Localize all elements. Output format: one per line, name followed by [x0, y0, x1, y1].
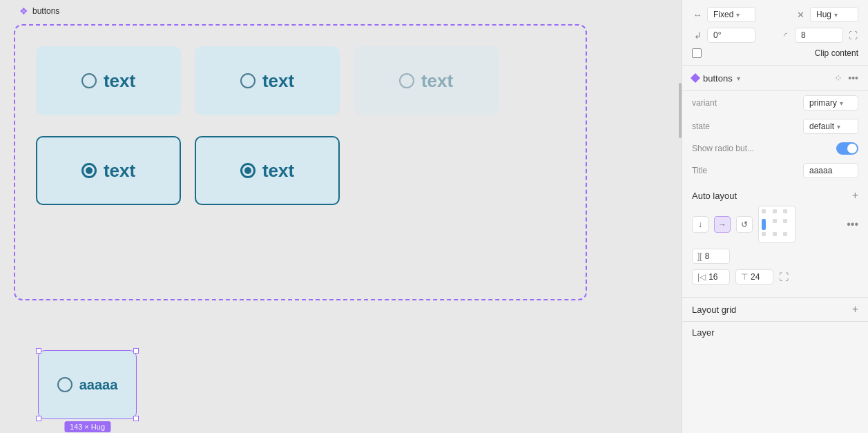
direction-row: ↓ → ↺ ••• [692, 206, 858, 243]
show-radio-row: Show radio but... [682, 138, 868, 159]
more-options-icon[interactable]: ••• [848, 73, 858, 84]
expand-icon: ⛶ [847, 30, 858, 41]
show-radio-label: Show radio but... [692, 144, 754, 153]
variant-value[interactable]: primary ▾ [803, 95, 858, 110]
gap-icon: ][ [697, 251, 702, 261]
rotation-value[interactable]: 0° [707, 28, 755, 43]
btn-text-2: text [262, 70, 294, 92]
show-radio-toggle[interactable] [836, 142, 858, 155]
btn-card-unselected-1[interactable]: text [36, 46, 181, 115]
variant-label: variant [692, 98, 717, 108]
variant-text: primary [809, 98, 837, 108]
add-layout-icon[interactable]: + [852, 189, 858, 202]
buttons-frame[interactable]: text text text text text [14, 24, 587, 300]
fixed-label: Fixed [713, 10, 733, 19]
state-label: state [692, 122, 710, 131]
padding-left-icon: |◁ [697, 272, 706, 282]
canvas: ❖ buttons text text text text [0, 0, 682, 433]
radio-filled-icon-1 [81, 163, 97, 178]
down-arrow-btn[interactable]: ↓ [692, 216, 708, 233]
diamond-icon [691, 73, 700, 83]
fixed-value[interactable]: Fixed ▾ [707, 7, 755, 22]
state-chevron: ▾ [837, 123, 840, 131]
small-btn-text: aaaaa [79, 377, 118, 393]
btn-card-grey[interactable]: text [354, 46, 499, 115]
variant-chevron: ▾ [840, 99, 843, 107]
rotation-field: ↲ 0° [692, 28, 755, 43]
small-component-inner: aaaaa 143 × Hug [38, 350, 137, 419]
corner-value[interactable]: 8 [795, 28, 843, 43]
padding-left-field[interactable]: |◁ 16 [692, 269, 730, 285]
component-name: buttons [703, 73, 733, 84]
grid-dot-center [762, 219, 766, 230]
state-value[interactable]: default ▾ [803, 119, 858, 134]
move-icon: ❖ [19, 6, 28, 17]
rotation-corner-row: ↲ 0° ◜ 8 ⛶ [692, 28, 858, 43]
handle-bl[interactable] [36, 416, 41, 421]
close-icon: ✕ [795, 10, 806, 20]
component-actions: ⁘ ••• [834, 73, 858, 84]
gap-value: 8 [705, 251, 710, 261]
hug-value[interactable]: Hug ▾ [810, 7, 858, 22]
hug-field: ✕ Hug ▾ [795, 7, 858, 22]
small-component[interactable]: aaaaa 143 × Hug [38, 350, 137, 419]
hug-label: Hug [816, 10, 831, 19]
btn-text-3: text [104, 160, 135, 182]
padding-expand-icon[interactable]: ⛶ [779, 271, 789, 282]
clip-checkbox[interactable] [692, 48, 702, 58]
radio-grey-icon [399, 73, 414, 88]
grid-dot-6 [783, 219, 787, 223]
add-grid-icon[interactable]: + [852, 303, 858, 316]
layout-grid-title: Layout grid [692, 305, 736, 315]
right-arrow-btn[interactable]: → [714, 216, 731, 233]
layout-controls: ↓ → ↺ ••• ][ 8 [682, 206, 868, 297]
auto-layout-title: Auto layout [692, 191, 737, 201]
component-chevron[interactable]: ▾ [737, 75, 740, 82]
corner-icon: ◜ [780, 30, 791, 41]
layout-more-btn[interactable]: ••• [847, 218, 858, 231]
radio-empty-icon [81, 73, 97, 88]
size-label: 143 × Hug [64, 421, 110, 432]
padding-row: |◁ 16 ⊤ 24 ⛶ [692, 269, 858, 285]
empty-slot [354, 136, 499, 212]
handle-tl[interactable] [36, 348, 41, 354]
grid-dot-9 [783, 232, 787, 236]
small-radio-icon [57, 377, 73, 392]
padding-top-field[interactable]: ⊤ 24 [735, 269, 773, 285]
title-row: Title aaaaa [682, 159, 868, 182]
title-text: aaaaa [809, 166, 832, 175]
component-header: buttons ▾ ⁘ ••• [682, 66, 868, 91]
btn-card-selected-1[interactable]: text [36, 136, 181, 205]
fixed-field: ↔ Fixed ▾ [692, 7, 755, 22]
btn-text-grey: text [421, 70, 453, 92]
button-grid: text text text text text [29, 39, 572, 219]
corner-field: ◜ 8 ⛶ [780, 28, 858, 43]
grid-dot-2 [773, 209, 777, 213]
fixed-chevron: ▾ [736, 11, 740, 19]
radio-filled-icon-2 [240, 163, 255, 178]
wrap-arrow-btn[interactable]: ↺ [736, 216, 753, 233]
variant-row: variant primary ▾ [682, 91, 868, 115]
rotation-label: 0° [713, 30, 721, 40]
alignment-grid[interactable] [758, 206, 795, 243]
grid-dot-7 [762, 232, 766, 236]
dimensions-section: ↔ Fixed ▾ ✕ Hug ▾ ↲ 0° [682, 0, 868, 66]
btn-card-unselected-2[interactable]: text [195, 46, 340, 115]
spacing-row: ][ 8 [692, 249, 858, 264]
grid-dot-1 [762, 209, 766, 213]
handle-tr[interactable] [133, 348, 139, 354]
clip-content-label: Clip content [815, 48, 858, 58]
btn-text-4: text [262, 160, 294, 182]
state-row: state default ▾ [682, 115, 868, 138]
four-dots-icon[interactable]: ⁘ [834, 73, 842, 84]
clip-row: Clip content [692, 48, 858, 58]
layout-grid-section: Layout grid + [682, 297, 868, 321]
title-value[interactable]: aaaaa [803, 163, 858, 178]
gap-field[interactable]: ][ 8 [692, 249, 730, 264]
padding-top-icon: ⊤ [741, 272, 748, 282]
btn-card-selected-2[interactable]: text [195, 136, 340, 205]
width-height-row: ↔ Fixed ▾ ✕ Hug ▾ [692, 7, 858, 22]
component-title: buttons ▾ [692, 73, 740, 84]
handle-br[interactable] [133, 416, 139, 421]
grid-dot-5 [773, 219, 777, 223]
